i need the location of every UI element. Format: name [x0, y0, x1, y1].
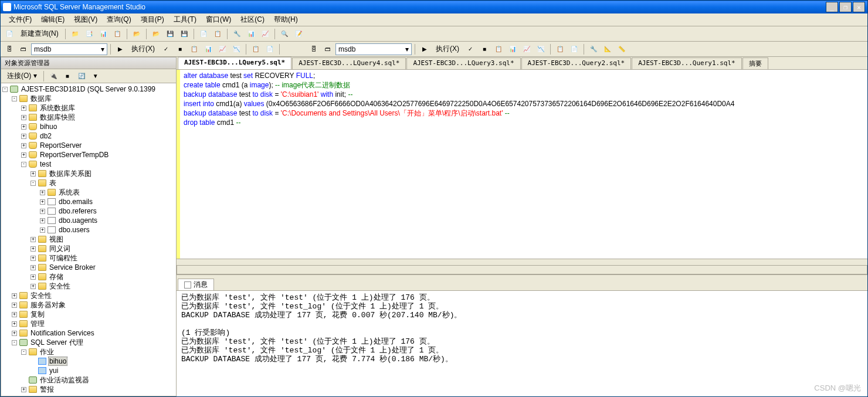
tree-toggle[interactable]: + — [30, 284, 36, 289]
titlebar[interactable]: Microsoft SQL Server Management Studio _… — [1, 1, 867, 13]
icon-a[interactable]: 📊 — [202, 43, 215, 56]
btn-icon-10[interactable]: 📋 — [211, 28, 224, 40]
tree-toggle[interactable]: + — [12, 293, 17, 298]
tree-toggle[interactable]: + — [21, 106, 26, 111]
tree-node[interactable]: +复制 — [2, 310, 175, 319]
btn-db-icon-2[interactable]: 🗄 — [307, 43, 320, 56]
menu-help[interactable]: 帮助(H) — [269, 13, 303, 26]
tree-toggle[interactable]: - — [12, 96, 17, 101]
icon-e[interactable]: 📄 — [263, 43, 276, 56]
editor-tab[interactable]: AJEST-EBC3D...LQuery4.sql* — [292, 57, 406, 69]
tree-toggle[interactable]: + — [30, 237, 36, 242]
tree-toggle[interactable]: + — [21, 387, 26, 392]
tree-node[interactable]: +ReportServer — [2, 141, 175, 150]
tree-node[interactable]: +系统表 — [2, 188, 175, 197]
messages-output[interactable]: 已为数据库 'test', 文件 'test' (位于文件 1 上)处理了 17… — [177, 291, 867, 396]
tree-toggle[interactable]: + — [21, 152, 26, 158]
btn-icon-9[interactable]: 📄 — [197, 28, 210, 40]
code-content[interactable]: alter database test set RECOVERY FULL;cr… — [180, 70, 738, 259]
tree-node[interactable]: +数据库快照 — [2, 113, 175, 122]
tree-node[interactable]: +安全性 — [2, 281, 175, 291]
tree-toggle[interactable]: - — [30, 181, 36, 186]
icon-g[interactable]: 📈 — [520, 43, 533, 56]
menu-tools[interactable]: 工具(T) — [169, 13, 201, 26]
tree-node[interactable]: +存储 — [2, 272, 175, 281]
new-query-icon[interactable]: 📄 — [3, 28, 16, 40]
tree-toggle[interactable]: + — [40, 190, 45, 195]
tree-toggle[interactable]: + — [30, 246, 36, 252]
menu-view[interactable]: 视图(V) — [69, 13, 102, 26]
tree-node[interactable]: +服务器对象 — [2, 300, 175, 310]
tree-node[interactable]: +bihuo — [2, 122, 175, 131]
tree-toggle[interactable]: + — [21, 115, 26, 120]
database-combo-2[interactable]: msdb▾ — [335, 43, 412, 55]
tree-toggle[interactable]: + — [21, 143, 26, 148]
btn-db-icon[interactable]: 🗄 — [3, 43, 16, 56]
btn-icon-14[interactable]: 🔍 — [278, 28, 291, 40]
btn-icon-2[interactable]: 📑 — [83, 28, 96, 40]
tree-node[interactable]: +dbo.emails — [2, 197, 175, 206]
tree-toggle[interactable]: + — [30, 274, 36, 280]
disconnect-icon[interactable]: 🔌 — [47, 70, 60, 83]
tree-toggle[interactable]: + — [40, 199, 45, 205]
object-tree[interactable]: -AJEST-EBC3D181D (SQL Server 9.0.1399-数据… — [1, 83, 176, 396]
tree-node[interactable]: +视图 — [2, 235, 175, 244]
menu-edit[interactable]: 编辑(E) — [36, 13, 69, 26]
tree-toggle[interactable]: + — [40, 228, 45, 233]
execute-icon-2[interactable]: ▶ — [418, 43, 431, 56]
icon-j[interactable]: 📄 — [568, 43, 581, 56]
tree-toggle[interactable]: + — [30, 265, 36, 270]
open-icon[interactable]: 📂 — [150, 28, 162, 40]
icon-l[interactable]: 📐 — [601, 43, 614, 56]
results-splitter[interactable] — [177, 259, 867, 275]
connect-button[interactable]: 连接(O) ▾ — [4, 70, 40, 82]
tree-node[interactable]: +db2 — [2, 131, 175, 141]
editor-tab[interactable]: AJEST-EBC3D...LQuery5.sql* — [178, 57, 291, 69]
tree-node[interactable]: +ReportServerTempDB — [2, 150, 175, 160]
tree-toggle[interactable]: + — [12, 321, 17, 327]
tree-toggle[interactable]: + — [40, 218, 45, 223]
menu-query[interactable]: 查询(Q) — [102, 13, 135, 26]
execute-button[interactable]: 执行(X) — [128, 43, 158, 55]
messages-tab[interactable]: 消息 — [178, 279, 214, 290]
tree-node[interactable]: yui — [2, 366, 175, 375]
icon-f[interactable]: 📊 — [506, 43, 519, 56]
tree-toggle[interactable]: + — [30, 171, 36, 177]
h-scrollbar[interactable] — [177, 265, 867, 274]
icon-d[interactable]: 📋 — [249, 43, 262, 56]
new-query-button[interactable]: 新建查询(N) — [17, 28, 62, 40]
btn-icon-5[interactable]: 📂 — [130, 28, 143, 40]
parse-icon[interactable]: 📋 — [188, 43, 201, 56]
parse-icon-2[interactable]: 📋 — [492, 43, 505, 56]
tree-toggle[interactable]: - — [12, 340, 17, 345]
restore-button[interactable]: ❐ — [839, 2, 852, 12]
icon-h[interactable]: 📉 — [534, 43, 547, 56]
btn-icon-13[interactable]: 📈 — [259, 28, 272, 40]
btn-icon-12[interactable]: 📊 — [245, 28, 257, 40]
icon-k[interactable]: 🔧 — [587, 43, 600, 56]
btn-db2-icon[interactable]: 🗃 — [17, 43, 30, 56]
save-all-icon[interactable]: 💾 — [178, 28, 191, 40]
tree-toggle[interactable]: + — [40, 209, 45, 214]
editor-tab[interactable]: 摘要 — [742, 57, 768, 69]
btn-db2-icon-2[interactable]: 🗃 — [321, 43, 334, 56]
tree-toggle[interactable]: + — [21, 134, 26, 139]
tree-toggle[interactable]: + — [12, 303, 17, 308]
tree-node[interactable]: -数据库 — [2, 94, 175, 103]
icon-m[interactable]: 📏 — [615, 43, 628, 56]
icon-i[interactable]: 📋 — [554, 43, 567, 56]
tree-toggle[interactable]: + — [12, 331, 17, 336]
tree-node[interactable]: +Notification Services — [2, 328, 175, 338]
tree-toggle[interactable]: - — [21, 350, 26, 355]
code-editor[interactable]: alter database test set RECOVERY FULL;cr… — [177, 70, 867, 259]
minimize-button[interactable]: _ — [826, 2, 838, 12]
tree-node[interactable]: +安全性 — [2, 291, 175, 300]
tree-node[interactable]: 作业活动监视器 — [2, 375, 175, 385]
tree-node[interactable]: +数据库关系图 — [2, 169, 175, 178]
tree-node[interactable]: +系统数据库 — [2, 103, 175, 113]
btn-icon-4[interactable]: 📋 — [111, 28, 124, 40]
check-icon-2[interactable]: ✓ — [464, 43, 477, 56]
tree-toggle[interactable]: + — [21, 124, 26, 130]
refresh-icon[interactable]: 🔄 — [75, 70, 88, 83]
tree-toggle[interactable]: + — [30, 256, 36, 261]
